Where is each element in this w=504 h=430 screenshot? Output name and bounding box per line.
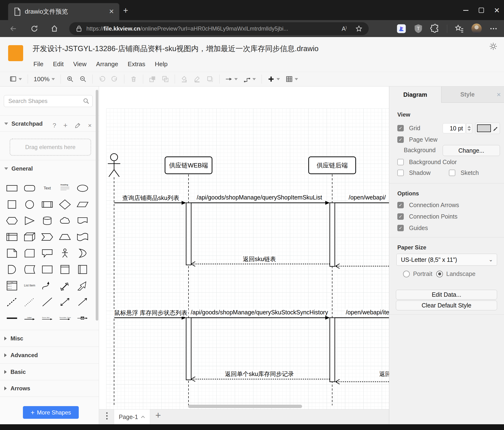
shape-or[interactable]: [74, 245, 91, 261]
return-label-2[interactable]: 返回单个sku库存同步记录: [224, 370, 295, 378]
connection-arrows-checkbox[interactable]: ✓: [397, 202, 404, 208]
background-change-button[interactable]: Change...: [443, 145, 500, 156]
shape-container[interactable]: [39, 261, 56, 278]
collections-icon[interactable]: [454, 24, 464, 33]
return-label-3[interactable]: 返回: [378, 370, 389, 378]
sidebar-section-advanced[interactable]: Advanced: [0, 347, 99, 363]
shape-parallelogram[interactable]: [74, 196, 91, 213]
actor-figure[interactable]: [108, 154, 120, 177]
eyedropper-icon[interactable]: [493, 126, 498, 131]
more-shapes-button[interactable]: + More Shapes: [23, 406, 79, 419]
shape-arrow[interactable]: [74, 278, 91, 294]
scratchpad-header[interactable]: Scratchpad: [4, 120, 43, 127]
shape-list[interactable]: ListItem 1Item 2Item 3: [3, 278, 20, 294]
background-color-checkbox[interactable]: [397, 159, 404, 165]
shape-step[interactable]: [39, 229, 56, 245]
delete-icon[interactable]: [130, 75, 137, 83]
message-label-3[interactable]: /open/webapi/: [348, 194, 387, 201]
thunder-bird-extension-icon[interactable]: [396, 24, 406, 34]
grid-size-input[interactable]: 10 pt: [443, 123, 466, 133]
page-view-checkbox[interactable]: ✓: [397, 136, 404, 143]
to-front-icon[interactable]: [149, 75, 156, 83]
zoom-level-dropdown[interactable]: 100%: [34, 75, 55, 83]
tab-close-icon[interactable]: ✕: [109, 8, 114, 15]
shape-internal-storage[interactable]: [3, 229, 20, 245]
pages-menu-icon[interactable]: [106, 412, 108, 420]
to-back-icon[interactable]: [162, 75, 169, 83]
sidebar-scrollbar[interactable]: [96, 90, 98, 321]
shape-textbox[interactable]: Heading: [56, 180, 73, 196]
message-label-6[interactable]: /open/webapi/item: [345, 309, 389, 316]
shape-rectangle[interactable]: [3, 180, 20, 196]
redo-icon[interactable]: [111, 75, 118, 83]
insert-icon[interactable]: [268, 75, 280, 83]
page-tab[interactable]: Page-1: [114, 410, 150, 424]
read-aloud-icon[interactable]: A): [342, 25, 347, 32]
activation-bar-backend-1[interactable]: [330, 203, 335, 266]
reload-icon[interactable]: [31, 25, 38, 32]
page-view-icon[interactable]: [9, 75, 22, 83]
shape-directional-connector[interactable]: [74, 294, 91, 310]
menu-help[interactable]: Help: [155, 60, 168, 68]
menu-arrange[interactable]: Arrange: [96, 60, 118, 68]
connection-points-checkbox[interactable]: ✓: [397, 213, 404, 220]
shape-bidirectional-connector[interactable]: [56, 294, 73, 310]
menu-file[interactable]: File: [33, 60, 44, 68]
theme-sun-icon[interactable]: [489, 42, 497, 50]
shape-labeled-arrow[interactable]: Sourcelabel: [39, 310, 56, 326]
grid-color-control[interactable]: [475, 122, 500, 134]
shape-text[interactable]: Text: [39, 180, 56, 196]
shadow-icon[interactable]: [207, 75, 214, 83]
shape-tape[interactable]: [74, 229, 91, 245]
back-icon[interactable]: [9, 25, 17, 32]
menu-view[interactable]: View: [73, 60, 87, 68]
add-page-button[interactable]: +: [155, 410, 161, 421]
edit-data-button[interactable]: Edit Data...: [396, 290, 497, 299]
shape-horizontal-container[interactable]: [74, 261, 91, 278]
shape-dashed-line[interactable]: [3, 294, 20, 310]
line-color-icon[interactable]: [194, 75, 201, 83]
menu-extras[interactable]: Extras: [128, 60, 145, 68]
landscape-radio[interactable]: [436, 271, 443, 277]
diagram-canvas[interactable]: 供应链WEB端 供应链后端 查询店铺商品sku列表 /api/goods/sho…: [99, 86, 389, 409]
shape-square[interactable]: [3, 196, 20, 213]
home-icon[interactable]: [51, 25, 58, 32]
sketch-checkbox[interactable]: [449, 170, 455, 176]
tampermonkey-shield-icon[interactable]: T: [414, 24, 423, 34]
shape-cylinder[interactable]: [39, 213, 56, 229]
activation-bar-web-1[interactable]: [186, 203, 191, 265]
close-icon[interactable]: ×: [88, 122, 92, 129]
fill-color-icon[interactable]: [181, 75, 188, 83]
shape-search[interactable]: [4, 95, 93, 107]
stepper-up-icon[interactable]: [468, 126, 471, 128]
sidebar-section-misc[interactable]: Misc: [0, 330, 99, 347]
shape-note[interactable]: [3, 245, 20, 261]
paper-size-select[interactable]: US-Letter (8,5" x 11") ⌄: [396, 254, 497, 266]
shape-hexagon[interactable]: [3, 213, 20, 229]
profile-avatar[interactable]: [471, 23, 482, 34]
menu-edit[interactable]: Edit: [53, 60, 64, 68]
shape-data-storage[interactable]: [21, 261, 38, 278]
shape-ellipse[interactable]: [74, 180, 91, 196]
shape-double-labeled-arrow[interactable]: SourcelabelTarget: [56, 310, 73, 326]
add-icon[interactable]: +: [63, 121, 68, 130]
undo-icon[interactable]: [98, 75, 106, 83]
shape-list-item[interactable]: List Item: [21, 278, 38, 294]
tab-style[interactable]: Style: [441, 86, 494, 103]
return-label-1[interactable]: 返回sku链表: [242, 255, 277, 263]
shape-arrow-with-label[interactable]: Label: [21, 310, 38, 326]
scratchpad-dropzone[interactable]: Drag elements here: [9, 139, 91, 156]
landscape-option[interactable]: Landscape: [436, 271, 475, 277]
close-icon[interactable]: ✕: [490, 7, 504, 14]
favorite-star-icon[interactable]: [355, 25, 362, 32]
shape-line[interactable]: [39, 294, 56, 310]
shape-cube[interactable]: [21, 229, 38, 245]
shape-circle[interactable]: [21, 196, 38, 213]
zoom-in-icon[interactable]: [67, 75, 74, 83]
participant-backend[interactable]: 供应链后端: [308, 157, 356, 174]
grid-color-swatch[interactable]: [477, 124, 491, 132]
table-icon[interactable]: [286, 75, 298, 83]
shape-document[interactable]: [74, 213, 91, 229]
connection-icon[interactable]: [225, 75, 238, 83]
shape-vertical-container[interactable]: [56, 261, 73, 278]
